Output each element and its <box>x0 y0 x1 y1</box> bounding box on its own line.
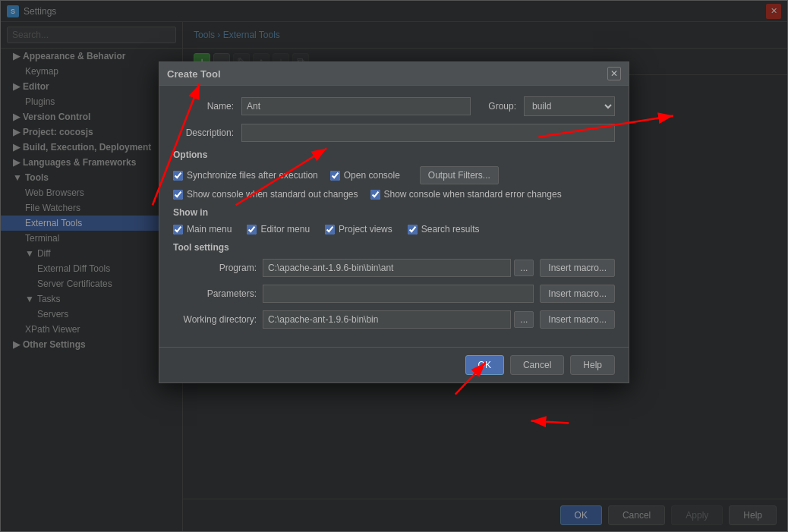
parameters-input[interactable] <box>263 285 534 303</box>
parameters-input-wrap <box>263 285 534 303</box>
dialog-body: Name: Group: build Other Description: Op… <box>159 86 629 347</box>
group-select[interactable]: build Other <box>524 96 615 116</box>
program-input-wrap: ... <box>263 259 534 277</box>
options-row2: Show console when standard out changes S… <box>173 189 615 200</box>
open-console-checkbox[interactable] <box>330 171 340 181</box>
parameters-label: Parameters: <box>173 288 257 299</box>
create-tool-dialog: Create Tool ✕ Name: Group: build Other D… <box>159 61 629 383</box>
project-views-checkbox-label[interactable]: Project views <box>325 224 392 235</box>
program-input[interactable] <box>263 259 511 277</box>
show-in-section-label: Show in <box>173 207 615 218</box>
search-results-checkbox-label[interactable]: Search results <box>408 224 480 235</box>
working-dir-row: Working directory: ... Insert macro... <box>173 310 615 329</box>
group-label: Group: <box>478 101 516 112</box>
dialog-cancel-button[interactable]: Cancel <box>510 355 564 375</box>
show-console-stderr-label[interactable]: Show console when standard error changes <box>370 189 562 200</box>
parameters-insert-macro-button[interactable]: Insert macro... <box>540 285 615 303</box>
working-dir-label: Working directory: <box>173 314 257 325</box>
dialog-close-button[interactable]: ✕ <box>607 67 621 80</box>
show-console-stdout-label[interactable]: Show console when standard out changes <box>173 189 358 200</box>
editor-menu-label: Editor menu <box>260 224 310 235</box>
show-console-stdout-checkbox[interactable] <box>173 190 183 200</box>
sync-files-checkbox-label[interactable]: Synchronize files after execution <box>173 166 318 184</box>
description-input[interactable] <box>241 124 615 142</box>
open-console-label: Open console <box>344 170 400 181</box>
show-console-stderr-checkbox[interactable] <box>370 190 380 200</box>
working-dir-dots-button[interactable]: ... <box>514 311 534 328</box>
dialog-help-button[interactable]: Help <box>570 355 615 375</box>
working-dir-input[interactable] <box>263 310 511 329</box>
settings-window: S Settings ✕ ▶ Appearance & Behavior Key… <box>0 0 788 532</box>
name-label: Name: <box>173 101 234 112</box>
program-insert-macro-button[interactable]: Insert macro... <box>540 259 615 277</box>
sync-files-checkbox[interactable] <box>173 171 183 181</box>
working-dir-insert-macro-button[interactable]: Insert macro... <box>540 310 615 329</box>
project-views-label: Project views <box>339 224 392 235</box>
program-label: Program: <box>173 263 257 273</box>
project-views-checkbox[interactable] <box>325 225 335 235</box>
dialog-ok-button[interactable]: OK <box>465 355 504 375</box>
name-input[interactable] <box>241 97 471 115</box>
tool-settings-section-label: Tool settings <box>173 242 615 253</box>
dialog-title: Create Tool <box>167 68 221 80</box>
main-menu-checkbox-label[interactable]: Main menu <box>173 224 232 235</box>
output-filters-button[interactable]: Output Filters... <box>420 166 499 184</box>
dialog-titlebar: Create Tool ✕ <box>159 62 629 86</box>
program-dots-button[interactable]: ... <box>514 260 534 276</box>
main-menu-checkbox[interactable] <box>173 225 183 235</box>
working-dir-input-wrap: ... <box>263 310 534 329</box>
show-console-stderr-text: Show console when standard error changes <box>384 189 562 200</box>
dialog-footer: OK Cancel Help <box>159 347 629 382</box>
show-console-stdout-text: Show console when standard out changes <box>187 189 358 200</box>
program-row: Program: ... Insert macro... <box>173 259 615 277</box>
description-label: Description: <box>173 127 234 138</box>
search-results-checkbox[interactable] <box>408 225 418 235</box>
dialog-overlay: Create Tool ✕ Name: Group: build Other D… <box>1 1 787 531</box>
parameters-row: Parameters: Insert macro... <box>173 285 615 303</box>
description-row: Description: <box>173 124 615 142</box>
sync-files-label: Synchronize files after execution <box>187 170 318 181</box>
name-group-row: Name: Group: build Other <box>173 96 615 116</box>
open-console-checkbox-label[interactable]: Open console <box>330 166 400 184</box>
options-section-label: Options <box>173 150 615 160</box>
editor-menu-checkbox-label[interactable]: Editor menu <box>247 224 310 235</box>
search-results-label: Search results <box>421 224 480 235</box>
editor-menu-checkbox[interactable] <box>247 225 257 235</box>
show-in-row: Main menu Editor menu Project views Sear… <box>173 224 615 235</box>
main-menu-label: Main menu <box>187 224 232 235</box>
options-row1: Synchronize files after execution Open c… <box>173 166 615 184</box>
